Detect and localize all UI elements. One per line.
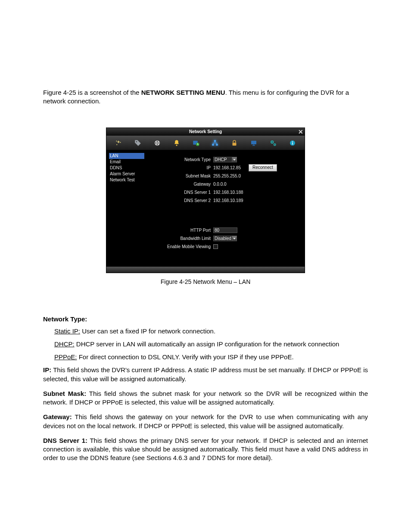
dvr-title: Network Setting [189, 129, 222, 134]
svg-rect-13 [214, 140, 216, 142]
ip-para-text: This field shows the DVR's current IP Ad… [43, 366, 368, 382]
tag-icon[interactable] [134, 139, 142, 147]
svg-point-3 [136, 141, 137, 142]
gateway-para-text: This field shows the gateway on your net… [43, 413, 368, 429]
svg-rect-18 [253, 144, 254, 145]
pppoe-text: For direct connection to DSL ONLY. Verif… [77, 353, 294, 361]
intro-paragraph: Figure 4-25 is a screenshot of the NETWO… [43, 88, 368, 106]
dvr-titlebar: Network Setting ✕ [106, 128, 305, 136]
pppoe-label: PPPoE: [54, 353, 77, 361]
svg-point-9 [157, 142, 158, 143]
schedule-icon[interactable] [192, 139, 200, 147]
svg-point-5 [157, 141, 158, 142]
network-type-label: Network Type [146, 157, 213, 162]
display-icon[interactable] [249, 139, 258, 147]
intro-bold: NETWORK SETTING MENU [141, 89, 225, 96]
screenshot-container: Network Setting ✕ [43, 128, 368, 273]
subnet-value: 255.255.255.0 [213, 174, 241, 178]
network-type-select[interactable]: DHCP [213, 157, 232, 162]
dns1-para: DNS Server 1: This field shows the prima… [43, 436, 368, 463]
close-icon[interactable]: ✕ [298, 128, 304, 136]
sidebar-item-ddns[interactable]: DDNS [109, 165, 144, 171]
svg-rect-17 [251, 140, 256, 144]
subnet-para-text: This field shows the subnet mask for you… [43, 390, 368, 406]
gateway-para-label: Gateway: [43, 413, 72, 420]
gateway-label: Gateway [146, 182, 213, 187]
dvr-body: LAN Email DDNS Alarm Server Network Test… [106, 150, 305, 267]
svg-rect-16 [233, 143, 237, 146]
chevron-down-icon[interactable] [232, 236, 237, 241]
svg-point-26 [292, 141, 293, 142]
dvr-window: Network Setting ✕ [106, 128, 305, 273]
dhcp-label: DHCP: [54, 340, 75, 348]
subnet-para: Subnet Mask: This field shows the subnet… [43, 389, 368, 407]
dns1-para-label: DNS Server 1: [43, 437, 87, 444]
http-port-input[interactable]: 80 [213, 227, 237, 233]
dns2-label: DNS Server 2 [146, 198, 213, 203]
dvr-main-panel: Network Type DHCP IP 192.168.12.85 Recon… [146, 150, 305, 267]
info-icon[interactable] [288, 139, 297, 147]
subnet-para-label: Subnet Mask: [43, 390, 86, 397]
svg-point-21 [271, 141, 273, 143]
mobile-viewing-checkbox[interactable] [213, 244, 218, 249]
reel-icon[interactable] [153, 139, 162, 147]
static-ip-label: Static IP: [54, 327, 80, 335]
svg-rect-19 [252, 145, 255, 146]
svg-rect-15 [216, 144, 218, 146]
http-port-label: HTTP Port [146, 228, 213, 233]
sidebar-item-lan[interactable]: LAN [109, 153, 144, 159]
svg-point-7 [155, 142, 156, 143]
sparkles-icon[interactable] [114, 139, 123, 147]
subnet-label: Subnet Mask [146, 174, 213, 178]
static-ip-text: User can set a fixed IP for network conn… [80, 327, 215, 335]
dvr-sidebar: LAN Email DDNS Alarm Server Network Test [106, 150, 146, 267]
svg-rect-14 [212, 144, 215, 146]
ip-para-label: IP: [43, 366, 51, 373]
svg-point-23 [274, 144, 275, 145]
ip-para: IP: This field shows the DVR's current I… [43, 366, 368, 383]
dns1-para-text: This field shows the primary DNS server … [43, 437, 368, 462]
svg-point-10 [176, 144, 177, 146]
static-ip-line: Static IP: User can set a fixed IP for n… [54, 327, 368, 336]
bell-icon[interactable] [172, 139, 181, 147]
gateway-para: Gateway: This field shows the gateway on… [43, 413, 368, 430]
figure-caption: Figure 4-25 Network Menu – LAN [43, 278, 368, 285]
sidebar-item-email[interactable]: Email [109, 159, 144, 165]
svg-point-2 [117, 144, 118, 145]
pppoe-line: PPPoE: For direct connection to DSL ONLY… [54, 353, 368, 361]
dns1-value: 192.168.10.188 [213, 190, 243, 195]
ip-value: 192.168.12.85 [213, 165, 241, 170]
intro-prefix: Figure 4-25 is a screenshot of the [43, 89, 141, 96]
dhcp-text: DHCP server in LAN will automatically an… [75, 340, 339, 348]
sidebar-item-alarm-server[interactable]: Alarm Server [109, 171, 144, 177]
bandwidth-label: Bandwidth Limit [146, 236, 213, 241]
svg-point-0 [116, 140, 117, 141]
bandwidth-select[interactable]: Disabled [213, 236, 232, 241]
gear-icon[interactable] [269, 139, 277, 147]
document-page: Figure 4-25 is a screenshot of the NETWO… [0, 0, 411, 532]
svg-point-8 [159, 142, 159, 143]
lock-icon[interactable] [230, 139, 239, 147]
mobile-viewing-label: Enable Mobile Viewing [146, 244, 213, 249]
dns2-value: 192.168.10.189 [213, 198, 243, 203]
network-type-heading: Network Type: [43, 315, 368, 323]
network-icon[interactable] [211, 139, 219, 147]
sidebar-item-network-test[interactable]: Network Test [109, 177, 144, 183]
chevron-down-icon[interactable] [232, 157, 237, 162]
svg-rect-25 [292, 142, 293, 144]
ip-label: IP [146, 165, 213, 170]
dvr-footer [106, 267, 305, 273]
svg-point-1 [120, 142, 121, 143]
dhcp-line: DHCP: DHCP server in LAN will automatica… [54, 340, 368, 348]
dns1-label: DNS Server 1 [146, 190, 213, 195]
dvr-toolbar [106, 136, 305, 150]
svg-point-6 [157, 144, 158, 145]
gateway-value: 0.0.0.0 [213, 182, 227, 187]
reconnect-button[interactable]: Reconnect [249, 164, 277, 171]
